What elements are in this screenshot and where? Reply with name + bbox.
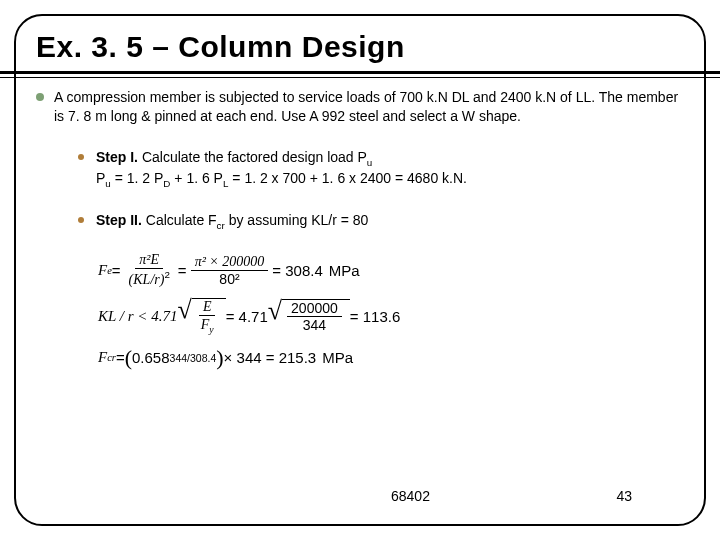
title-rule-thin [0,77,720,78]
unit-mpa: MPa [329,262,360,279]
steps-list: Step I. Calculate the factored design lo… [78,148,684,233]
unit-mpa: MPa [322,349,353,366]
bullet-disc-icon [36,93,44,101]
sqrt-icon: √ E Fy [177,298,225,335]
step-2: Step II. Calculate Fcr by assuming KL/r … [78,211,684,233]
page-number: 43 [616,488,632,504]
equation-fcr: Fcr = (0.658344/308.4) × 344 = 215.3 MPa [98,345,684,371]
bullet-dot-icon [78,217,84,223]
problem-text: A compression member is subjected to ser… [54,88,684,126]
problem-bullet: A compression member is subjected to ser… [36,88,684,126]
step-1-text: Calculate the factored design load P [138,149,367,165]
equation-klr: KL / r < 4.71 √ E Fy = 4.71 √ [98,298,684,335]
bullet-dot-icon [78,154,84,160]
step-1: Step I. Calculate the factored design lo… [78,148,684,191]
title-rule-thick [0,71,720,74]
step-1-line2-a: P [96,170,105,186]
slide-title: Ex. 3. 5 – Column Design [36,30,684,64]
footer-code: 68402 [391,488,430,504]
step-1-sub: u [367,157,372,168]
equation-fe: Fe = π²E (KL/r)2 = π² × 200000 80² = 308… [98,252,684,288]
step-2-body: Step II. Calculate Fcr by assuming KL/r … [96,211,368,233]
step-1-label: Step I. [96,149,138,165]
sqrt-icon: √ 200000 344 [268,299,350,333]
slide-content: Ex. 3. 5 – Column Design A compression m… [36,30,684,510]
slide-footer: 68402 43 [36,488,684,504]
step-1-body: Step I. Calculate the factored design lo… [96,148,467,191]
equation-block: Fe = π²E (KL/r)2 = π² × 200000 80² = 308… [98,252,684,370]
step-2-label: Step II. [96,212,142,228]
